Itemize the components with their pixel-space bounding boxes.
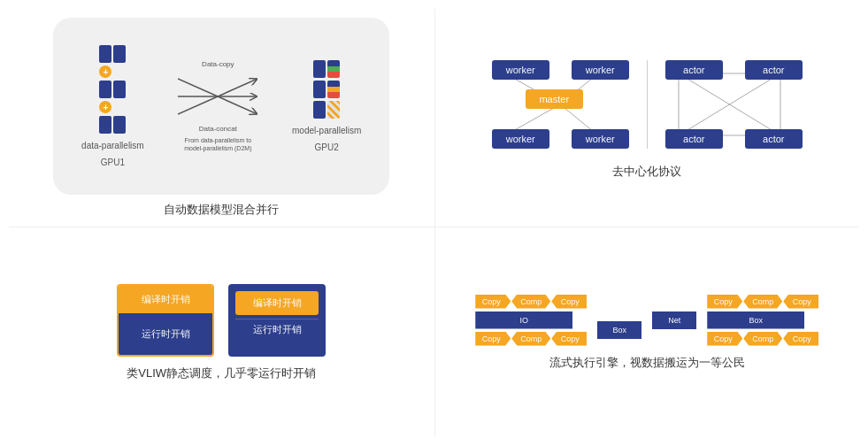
gpu1-blocks: + +: [99, 45, 126, 134]
gpu2-blocks: [313, 60, 340, 119]
gpu2-section: model-parallelism GPU2: [292, 60, 361, 152]
actor-container: actor actor actor actor: [665, 56, 803, 153]
section-bottom-right: Copy Comp Copy IO Copy Comp Copy: [434, 227, 860, 437]
gpu-block: [313, 101, 326, 119]
copy-chevron4: Copy: [551, 332, 587, 346]
worker-box-br: worker: [572, 129, 629, 149]
gpu-block-color: [327, 60, 340, 78]
comp-chevron2: Comp: [511, 332, 550, 346]
runtime-cost2-label: 运行时开销: [235, 319, 319, 340]
io-chevron: IO: [475, 311, 572, 329]
section-top-right: worker worker master worker worker: [434, 9, 860, 227]
cost-block-right: 编译时开销 运行时开销: [228, 284, 326, 357]
data-copy-label: Data-copy: [202, 60, 234, 68]
worker-box-bl: worker: [492, 129, 549, 149]
d2m-label: From data-parallelism tomodel-parallelis…: [184, 136, 251, 152]
cost-block-left: 编译时开销 运行时开销: [117, 284, 214, 357]
comp-r3: Comp: [743, 332, 782, 346]
pipeline-diagram: Copy Comp Copy IO Copy Comp Copy: [475, 295, 818, 346]
op-circle: +: [99, 65, 111, 78]
data-parallel-label: data-parallelism: [81, 141, 144, 150]
copy-chevron: Copy: [475, 295, 511, 309]
bottom-right-title: 流式执行引擎，视数据搬运为一等公民: [549, 355, 745, 371]
pipeline-row-bot-right: Copy Comp Copy: [707, 332, 818, 346]
bottom-left-title: 类VLIW静态调度，几乎零运行时开销: [127, 365, 316, 381]
arrow-section: Data-copy Data-concat From data-parallel…: [165, 60, 271, 152]
gpu-block: [313, 81, 326, 98]
actor-box-bl: actor: [665, 129, 723, 149]
compile-cost2-label: 编译时开销: [235, 291, 319, 315]
actor-box-br: actor: [745, 129, 803, 149]
worker-box-tr: worker: [572, 60, 629, 80]
data-concat-label: Data-concat: [199, 125, 237, 133]
gpu-block: [113, 81, 126, 98]
compile-cost-label: 编译时开销: [119, 286, 212, 313]
cross-arrows-svg: [178, 70, 257, 123]
gpu1-section: + + data-parallelism GPU1: [81, 45, 144, 167]
spacer: [597, 296, 641, 319]
gpu-block-stripe: [327, 101, 340, 119]
pipeline-row-bot-left: Copy Comp Copy: [475, 332, 587, 346]
comp-chevron: Comp: [511, 295, 550, 309]
right-pipeline: Copy Comp Copy Box Copy Comp Copy: [707, 295, 818, 346]
left-pipeline: Copy Comp Copy IO Copy Comp Copy: [475, 295, 587, 346]
vliw-diagram: 编译时开销 运行时开销 编译时开销 运行时开销: [117, 284, 326, 357]
net-section: Net: [652, 311, 696, 329]
gpu-block: [113, 116, 126, 134]
pipeline-row-mid-left: IO: [475, 311, 587, 329]
actor-box-tl: actor: [665, 60, 723, 80]
vertical-divider: [647, 60, 648, 149]
gpu-block: [313, 60, 326, 78]
top-right-title: 去中心化协议: [612, 164, 681, 180]
main-container: + + data-parallelism GPU1: [0, 0, 868, 446]
runtime-cost-label: 运行时开销: [119, 313, 212, 355]
gpu-block: [99, 116, 111, 134]
gpu2-label: GPU2: [315, 142, 339, 152]
section-bottom-left: 编译时开销 运行时开销 编译时开销 运行时开销 类VLIW静态调度，几乎零运行时…: [9, 227, 434, 437]
net-label: Net: [652, 311, 696, 329]
copy-r3: Copy: [707, 332, 742, 346]
protocol-diagram: worker worker master worker worker: [492, 56, 803, 153]
gpu-block-pattern: [327, 81, 340, 98]
box-r-label: Box: [707, 311, 804, 329]
gpu1-label: GPU1: [101, 158, 125, 167]
top-left-title: 自动数据模型混合并行: [164, 202, 279, 218]
section-top-left: + + data-parallelism GPU1: [9, 9, 434, 227]
copy-chevron3: Copy: [475, 332, 511, 346]
copy-r3b: Copy: [783, 332, 818, 346]
pipeline-row-top-right: Copy Comp Copy: [707, 295, 818, 309]
pipeline-row-mid-right: Box: [707, 311, 818, 329]
spacer2: [597, 342, 641, 344]
model-parallel-label: model-parallelism: [292, 126, 361, 135]
box-label1: Box: [597, 321, 641, 339]
parallel-diagram: + + data-parallelism GPU1: [53, 18, 389, 195]
middle-pipeline: Box: [597, 296, 641, 344]
copy-r1: Copy: [707, 295, 742, 309]
gpu-block: [113, 45, 126, 63]
worker-box-tl: worker: [492, 60, 549, 80]
comp-r1: Comp: [743, 295, 782, 309]
pipeline-row-top-left: Copy Comp Copy: [475, 295, 587, 309]
copy-chevron2: Copy: [551, 295, 587, 309]
op-circle: +: [99, 101, 111, 113]
actor-box-tr: actor: [745, 60, 803, 80]
gpu-block: [99, 81, 111, 98]
gpu-block: [99, 45, 111, 63]
copy-r1b: Copy: [783, 295, 818, 309]
worker-master-container: worker worker master worker worker: [492, 56, 629, 153]
master-box: master: [526, 89, 583, 109]
